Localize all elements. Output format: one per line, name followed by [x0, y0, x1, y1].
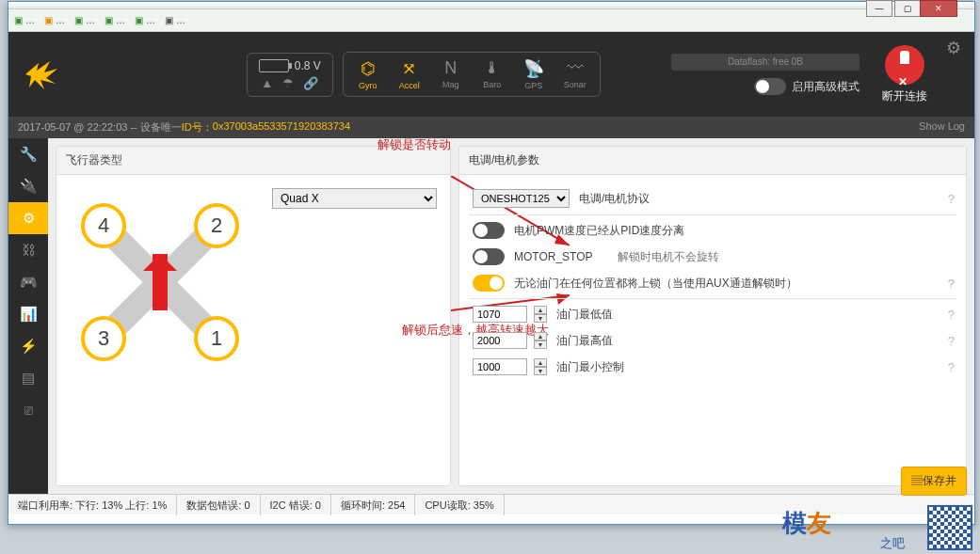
- sidebar-item-ports[interactable]: 🔌: [8, 170, 48, 202]
- main-area: 🔧 🔌 ⚙ ⛓ 🎮 📊 ⚡ ▤ ⎚ 解锁是否转动 解锁后怠速，越高转速越大 飞行…: [8, 138, 974, 494]
- sensor-baro: 🌡Baro: [472, 58, 513, 90]
- esc-protocol-select[interactable]: ONESHOT125: [473, 189, 570, 208]
- spin-up[interactable]: ▲: [534, 332, 547, 340]
- log-id-label: ID号：: [182, 120, 213, 135]
- sidebar-item-receiver[interactable]: 🎮: [8, 266, 48, 298]
- sidebar-item-modes[interactable]: 📊: [8, 298, 48, 330]
- spin-down[interactable]: ▼: [534, 314, 547, 323]
- help-icon[interactable]: ?: [948, 277, 955, 291]
- log-id-value: 0x37003a5533571920383734: [213, 120, 350, 135]
- battery-box: 0.8 V ▲ ☂ 🔗: [247, 53, 333, 97]
- sensor-sonar: 〰Sonar: [554, 58, 596, 90]
- sidebar-item-blackbox[interactable]: ⎚: [8, 394, 48, 426]
- sidebar-item-config[interactable]: ⚙: [8, 202, 48, 234]
- advanced-mode-toggle[interactable]: [754, 78, 786, 95]
- status-port: 端口利用率: 下行: 13% 上行: 1%: [8, 495, 177, 515]
- esc-protocol-label: 电调/电机协议: [579, 191, 650, 207]
- battery-voltage: 0.8 V: [295, 59, 321, 72]
- mixer-panel: 飞行器类型 Quad X 4 2 3 1: [56, 146, 451, 486]
- disconnect-button[interactable]: 断开连接: [882, 45, 927, 104]
- dataflash-bar[interactable]: Dataflash: free 0B: [671, 54, 860, 71]
- spin-down[interactable]: ▼: [534, 340, 547, 349]
- app-window: — ▢ ✕ ▣… ▣… ▣… ▣… ▣… ▣… BETAFLIGHT CONFI…: [8, 1, 975, 525]
- min-command-label: 油门最小控制: [556, 359, 624, 375]
- warning-icon: ▲: [261, 76, 273, 90]
- sonar-icon: 〰: [554, 58, 596, 78]
- sensor-box: ⌬Gyro ⤧Accel NMag 🌡Baro 📡GPS 〰Sonar: [343, 52, 601, 97]
- pwm-sep-label: 电机PWM速度已经从PID速度分离: [514, 223, 684, 239]
- link-icon: 🔗: [303, 76, 318, 90]
- sidebar-item-pid[interactable]: ⛓: [8, 234, 48, 266]
- usb-disconnect-icon: [885, 45, 924, 85]
- show-log-button[interactable]: Show Log: [919, 120, 965, 135]
- motor-stop-toggle[interactable]: [473, 248, 505, 265]
- spin-down[interactable]: ▼: [534, 367, 547, 375]
- motor-1: 1: [194, 316, 239, 361]
- esc-panel: 电调/电机参数 ONESHOT125 电调/电机协议 ? 电机PWM速度已经从P…: [458, 146, 967, 486]
- sidebar-item-motors[interactable]: ⚡: [8, 330, 48, 362]
- min-throttle-label: 油门最低值: [556, 307, 613, 323]
- spin-up[interactable]: ▲: [534, 358, 547, 367]
- min-command-input[interactable]: [473, 358, 527, 375]
- battery-icon: [259, 59, 289, 72]
- baro-icon: 🌡: [472, 58, 513, 78]
- sidebar-item-osd[interactable]: ▤: [8, 362, 48, 394]
- spin-up[interactable]: ▲: [534, 306, 547, 314]
- max-throttle-input[interactable]: [473, 332, 527, 349]
- sidebar: 🔧 🔌 ⚙ ⛓ 🎮 📊 ⚡ ▤ ⎚: [8, 138, 48, 494]
- arm-any-label: 无论油门在任何位置都将上锁（当使用AUX通道解锁时）: [514, 276, 797, 292]
- sensor-accel: ⤧Accel: [389, 58, 430, 90]
- help-icon[interactable]: ?: [948, 334, 955, 348]
- mixer-diagram: 4 2 3 1: [75, 198, 245, 367]
- save-button[interactable]: ▤保存并: [901, 467, 967, 496]
- mixer-select[interactable]: Quad X: [272, 188, 437, 209]
- status-i2c: I2C 错误: 0: [261, 495, 331, 515]
- motor-2: 2: [194, 203, 239, 248]
- min-throttle-input[interactable]: [473, 306, 527, 323]
- top-bar: BETAFLIGHT CONFIGURATOR 1.9.1 0.8 V ▲ ☂ …: [8, 32, 974, 117]
- max-throttle-label: 油门最高值: [556, 333, 613, 349]
- gps-icon: 📡: [513, 58, 554, 79]
- help-icon[interactable]: ?: [948, 192, 955, 206]
- sensor-gyro: ⌬Gyro: [347, 58, 389, 90]
- sidebar-item-setup[interactable]: 🔧: [8, 138, 48, 170]
- motor-stop-desc: 解锁时电机不会旋转: [618, 249, 719, 265]
- sensor-mag: NMag: [430, 58, 472, 90]
- parachute-icon: ☂: [282, 76, 294, 90]
- log-timestamp: 2017-05-07 @ 22:22:03 -- 设备唯一: [18, 120, 182, 135]
- advanced-mode-label: 启用高级模式: [792, 79, 860, 95]
- watermark-logo: 模友 之吧: [782, 507, 922, 552]
- content-area: 解锁是否转动 解锁后怠速，越高转速越大 飞行器类型 Quad X 4 2 3: [48, 138, 974, 494]
- status-cpu: CPU读取: 35%: [415, 495, 504, 515]
- motor-3: 3: [81, 316, 126, 361]
- arm-any-toggle[interactable]: [473, 275, 505, 292]
- gyro-icon: ⌬: [347, 58, 389, 79]
- window-close-button[interactable]: ✕: [920, 0, 957, 17]
- accel-icon: ⤧: [389, 58, 430, 79]
- status-loop: 循环时间: 254: [331, 495, 415, 515]
- help-icon[interactable]: ?: [948, 360, 955, 374]
- mag-icon: N: [430, 58, 472, 78]
- forward-arrow-icon: [153, 254, 168, 310]
- motor-stop-label: MOTOR_STOP: [514, 250, 593, 263]
- window-minimize-button[interactable]: —: [866, 0, 892, 17]
- help-icon[interactable]: ?: [948, 308, 955, 322]
- dataflash-area: Dataflash: free 0B 启用高级模式: [671, 54, 860, 95]
- motor-4: 4: [81, 203, 126, 248]
- app-container: BETAFLIGHT CONFIGURATOR 1.9.1 0.8 V ▲ ☂ …: [8, 32, 974, 494]
- gear-icon[interactable]: ⚙: [946, 38, 961, 58]
- status-packet: 数据包错误: 0: [177, 495, 260, 515]
- watermark-qr: [927, 505, 972, 550]
- wasp-icon: [22, 55, 59, 93]
- esc-panel-title: 电调/电机参数: [459, 147, 966, 175]
- annotation-1: 解锁是否转动: [378, 138, 451, 153]
- pwm-sep-toggle[interactable]: [473, 222, 505, 239]
- sensor-gps: 📡GPS: [513, 58, 554, 90]
- window-maximize-button[interactable]: ▢: [894, 0, 921, 17]
